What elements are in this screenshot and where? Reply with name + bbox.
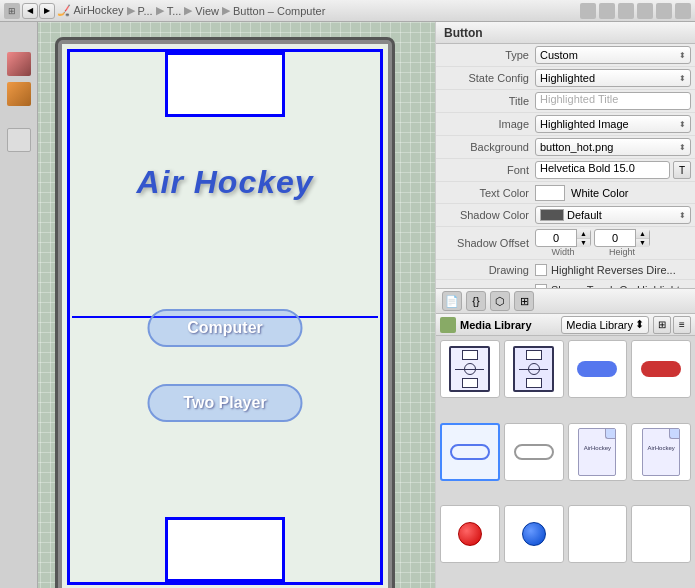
offset-width-label: Width [551, 247, 574, 257]
offset-height-label: Height [609, 247, 635, 257]
image-dropdown[interactable]: Highlighted Image ⬍ [535, 115, 691, 133]
back-button[interactable]: ◀ [22, 3, 38, 19]
computer-button[interactable]: Computer [148, 309, 303, 347]
highlight-reverses-label: Highlight Reverses Dire... [551, 264, 676, 276]
offset-width-down[interactable]: ▼ [577, 239, 590, 248]
font-picker-button[interactable]: T [673, 161, 691, 179]
panel-file-icon[interactable]: 📄 [442, 291, 462, 311]
iphone-screen: Air Hockey Computer Two Player [62, 44, 388, 588]
state-dropdown-arrow: ⬍ [679, 74, 686, 83]
cube-icon[interactable] [7, 52, 31, 76]
panel-scroll[interactable]: Type Custom ⬍ State Config Highlighted ⬍ [436, 44, 695, 288]
offset-height-down[interactable]: ▼ [636, 239, 649, 248]
offset-width-up[interactable]: ▲ [577, 229, 590, 239]
toolbar-doc-icon[interactable] [580, 3, 596, 19]
background-dropdown[interactable]: button_hot.png ⬍ [535, 138, 691, 156]
image-label: Image [440, 118, 535, 130]
media-item-doc2[interactable]: AirHockey [631, 423, 691, 481]
shadow-color-row: Shadow Color Default ⬍ [436, 204, 695, 227]
media-item-btn-red[interactable] [631, 340, 691, 398]
ml-dropdown-label: Media Library [566, 319, 633, 331]
title-input[interactable]: Highlighted Title [535, 92, 691, 110]
type-dropdown[interactable]: Custom ⬍ [535, 46, 691, 64]
ml-grid-view-button[interactable]: ⊞ [653, 316, 671, 334]
title-value: Highlighted Title [540, 93, 618, 105]
toolbar-battery-icon[interactable] [656, 3, 672, 19]
sep3: ▶ [184, 4, 192, 17]
title-control: Highlighted Title [535, 92, 691, 110]
highlight-reverses-item: Highlight Reverses Dire... [535, 264, 676, 276]
toolbar-plus-icon[interactable] [675, 3, 691, 19]
ml-dropdown-arrow: ⬍ [635, 318, 644, 331]
cube2-icon[interactable] [7, 82, 31, 106]
nav-buttons: ◀ ▶ [22, 3, 55, 19]
text-color-label: Text Color [440, 187, 535, 199]
canvas-area: Air Hockey Computer Two Player [0, 22, 435, 588]
background-control: button_hot.png ⬍ [535, 138, 691, 156]
button-media-red [641, 361, 681, 377]
text-color-swatch[interactable] [535, 185, 565, 201]
media-item-selected[interactable] [440, 423, 500, 481]
background-label: Background [440, 141, 535, 153]
toolbar-upload-icon[interactable] [599, 3, 615, 19]
media-item-circle-blue[interactable] [504, 505, 564, 563]
toolbar-download-icon[interactable] [618, 3, 634, 19]
offset-height-up[interactable]: ▲ [636, 229, 649, 239]
iphone-mockup: Air Hockey Computer Two Player [55, 37, 395, 588]
panel-title-label: Button [444, 26, 483, 40]
drawing-label: Drawing [440, 264, 535, 276]
left-sidebar [0, 22, 38, 588]
shadow-color-value: Default [567, 209, 602, 221]
media-library-title: Media Library [460, 319, 557, 331]
media-item-doc1[interactable]: AirHockey [568, 423, 628, 481]
forward-button[interactable]: ▶ [39, 3, 55, 19]
type-dropdown-arrow: ⬍ [679, 51, 686, 60]
doc-icon-2: AirHockey [642, 428, 680, 476]
state-config-value: Highlighted [540, 72, 595, 84]
circle-red [458, 522, 482, 546]
media-library-header: Media Library Media Library ⬍ ⊞ ≡ [436, 314, 695, 336]
sep1: ▶ [127, 4, 135, 17]
breadcrumb-app[interactable]: 🏒 AirHockey [57, 4, 124, 17]
media-item-field2[interactable] [504, 340, 564, 398]
offset-width-value: 0 [536, 232, 576, 244]
media-item-circle-red[interactable] [440, 505, 500, 563]
offset-width-stepper: ▲ ▼ [576, 229, 590, 247]
breadcrumb-view[interactable]: View [195, 5, 219, 17]
text-color-value: White Color [571, 187, 628, 199]
media-item-btn-outline2[interactable] [504, 423, 564, 481]
media-library-dropdown[interactable]: Media Library ⬍ [561, 316, 649, 334]
background-row: Background button_hot.png ⬍ [436, 136, 695, 159]
panel-grid-icon[interactable]: ⊞ [514, 291, 534, 311]
panel-cube-icon[interactable]: ⬡ [490, 291, 510, 311]
ml-view-buttons: ⊞ ≡ [653, 316, 691, 334]
shows-touch-row: Shows Touch On Highlight [436, 280, 695, 288]
button-media-outline [450, 444, 490, 460]
two-player-button[interactable]: Two Player [148, 384, 303, 422]
shadow-color-control: Default ⬍ [535, 206, 691, 224]
media-item-field1[interactable] [440, 340, 500, 398]
shadow-color-dropdown[interactable]: Default ⬍ [535, 206, 691, 224]
toolbar-wifi-icon[interactable] [637, 3, 653, 19]
state-config-dropdown[interactable]: Highlighted ⬍ [535, 69, 691, 87]
font-label: Font [440, 164, 535, 176]
panel-code-icon[interactable]: {} [466, 291, 486, 311]
breadcrumb-t[interactable]: T... [167, 5, 182, 17]
goal-top [165, 52, 285, 117]
ml-list-view-button[interactable]: ≡ [673, 316, 691, 334]
hockey-field: Air Hockey Computer Two Player [62, 44, 388, 588]
media-item-btn-blue[interactable] [568, 340, 628, 398]
square-icon[interactable] [7, 128, 31, 152]
air-hockey-title: Air Hockey [136, 164, 313, 201]
title-label: Title [440, 95, 535, 107]
offset-height-field: 0 ▲ ▼ Height [594, 229, 650, 257]
font-control: Helvetica Bold 15.0 T [535, 161, 691, 179]
image-dropdown-arrow: ⬍ [679, 120, 686, 129]
breadcrumb-p[interactable]: P... [138, 5, 153, 17]
shadow-offset-group: 0 ▲ ▼ Width 0 [535, 229, 691, 257]
goal-bottom [165, 517, 285, 582]
title-row: Title Highlighted Title [436, 90, 695, 113]
font-name-input[interactable]: Helvetica Bold 15.0 [535, 161, 670, 179]
highlight-reverses-checkbox[interactable] [535, 264, 547, 276]
right-panel: Button Type Custom ⬍ State Config Highli [435, 22, 695, 588]
